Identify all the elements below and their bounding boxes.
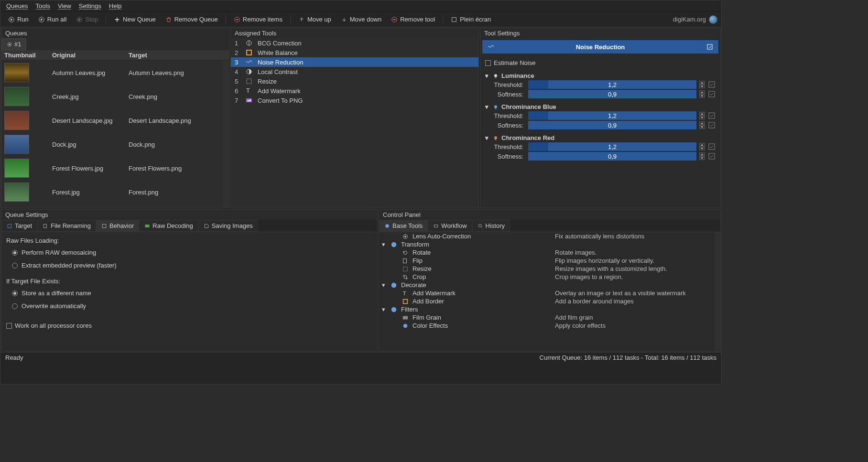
thumbnail (4, 159, 29, 178)
tab-workflow[interactable]: Workflow (428, 220, 472, 232)
queue-row[interactable]: Creek.jpg Creek.png (1, 85, 223, 108)
reset-icon[interactable] (708, 143, 716, 150)
reset-icon[interactable] (708, 81, 716, 88)
control-panel-title: Control Panel (379, 210, 720, 220)
scrollbar[interactable] (715, 232, 720, 351)
tab-file-renaming[interactable]: File Renaming (37, 220, 96, 232)
tab-raw-decoding[interactable]: Raw Decoding (139, 220, 198, 232)
tree-item[interactable]: FlipFlip images horizontally or vertical… (379, 257, 715, 265)
queue-tab-1[interactable]: #1 (1, 38, 26, 50)
run-all-button[interactable]: Run all (34, 14, 70, 25)
reset-icon[interactable] (708, 112, 716, 119)
radio-overwrite[interactable]: Overwrite automatically (6, 301, 372, 311)
reset-icon[interactable] (706, 43, 714, 51)
tool-name: White Balance (258, 49, 298, 56)
softness-slider[interactable]: 0,9 (528, 152, 696, 161)
section-name: Chrominance Red (501, 134, 554, 141)
assigned-tool-row[interactable]: 6 T Add Watermark (231, 86, 478, 96)
assigned-tool-row[interactable]: 3 Noise Reduction (231, 57, 478, 67)
tab-icon (7, 223, 12, 229)
tab-base-tools[interactable]: Base Tools (379, 220, 428, 232)
tab-history[interactable]: History (472, 220, 510, 232)
col-target[interactable]: Target (129, 52, 226, 59)
remove-queue-button[interactable]: Remove Queue (162, 14, 222, 25)
run-button[interactable]: Run (4, 14, 33, 25)
tree-item[interactable]: RotateRotate images. (379, 248, 715, 257)
svg-rect-31 (145, 225, 150, 227)
tree-item[interactable]: ResizeResize images with a customized le… (379, 265, 715, 273)
spinner-buttons[interactable]: ▴▾ (699, 143, 705, 150)
menu-help[interactable]: Help (109, 2, 122, 10)
tree-item[interactable]: CropCrop images to a region. (379, 273, 715, 281)
scrollbar[interactable] (223, 61, 229, 208)
softness-slider[interactable]: 0,9 (528, 121, 696, 129)
assigned-tool-row[interactable]: 2 White Balance (231, 48, 478, 57)
spinner-buttons[interactable]: ▴▾ (699, 112, 705, 119)
work-cores-checkbox[interactable]: Work on all processor cores (6, 321, 372, 330)
tree-item-desc: Add a border around images (555, 298, 634, 305)
threshold-slider[interactable]: 1,2 (528, 80, 696, 89)
radio-extract-preview[interactable]: Extract embedded preview (faster) (6, 261, 372, 270)
estimate-noise-checkbox[interactable]: Estimate Noise (485, 58, 716, 67)
tool-name: Resize (258, 78, 277, 85)
threshold-slider[interactable]: 1,2 (528, 111, 696, 120)
spinner-buttons[interactable]: ▴▾ (699, 152, 705, 160)
queue-row[interactable]: Autumn Leaves.jpg Autumn Leaves.png (1, 61, 223, 85)
radio-store-different[interactable]: Store as a different name (6, 289, 372, 298)
new-queue-button[interactable]: New Queue (110, 14, 160, 25)
queue-row[interactable]: Dock.jpg Dock.png (1, 132, 223, 156)
tool-section-header[interactable]: ▾ Chrominance Red (485, 134, 716, 141)
softness-slider[interactable]: 0,9 (528, 90, 696, 98)
thumbnail (4, 135, 29, 154)
queue-list[interactable]: Autumn Leaves.jpg Autumn Leaves.png Cree… (1, 61, 223, 208)
tree-item[interactable]: Film GrainAdd film grain (379, 313, 715, 322)
tree-item-desc: Apply color effects (555, 322, 606, 329)
menu-view[interactable]: View (58, 2, 71, 10)
tree-category[interactable]: ▾Decorate (379, 281, 715, 289)
tool-section-header[interactable]: ▾ Chrominance Blue (485, 103, 716, 110)
tool-section-header[interactable]: ▾ Luminance (485, 72, 716, 79)
queues-panel: Queues #1 Thumbnail Original Target Autu… (1, 28, 229, 208)
tab-target[interactable]: Target (1, 220, 37, 232)
menu-settings[interactable]: Settings (79, 2, 101, 10)
reset-icon[interactable] (708, 90, 716, 98)
remove-tool-button[interactable]: Remove tool (387, 14, 439, 25)
tab-behavior[interactable]: Behavior (96, 220, 139, 232)
threshold-slider[interactable]: 1,2 (528, 142, 696, 151)
reset-icon[interactable] (708, 152, 716, 160)
col-original[interactable]: Original (52, 52, 129, 59)
tree-item[interactable]: Color EffectsApply color effects (379, 322, 715, 330)
spinner-buttons[interactable]: ▴▾ (699, 81, 705, 88)
radio-raw-demosaicing[interactable]: Perform RAW demosaicing (6, 248, 372, 257)
tab-saving-images[interactable]: Saving Images (198, 220, 258, 232)
menu-queues[interactable]: Queues (6, 2, 28, 10)
queue-row[interactable]: Forest.jpg Forest.png (1, 180, 223, 204)
fullscreen-icon (451, 16, 457, 23)
stop-button[interactable]: Stop (72, 14, 102, 25)
spinner-buttons[interactable]: ▴▾ (699, 90, 705, 98)
assigned-tools-list[interactable]: 1 BCG Correction 2 White Balance 3 Noise… (231, 38, 478, 208)
queue-row[interactable]: Forest Flowers.jpg Forest Flowers.png (1, 156, 223, 180)
assigned-tool-row[interactable]: 4 Local Contrast (231, 67, 478, 76)
tree-category[interactable]: ▾Transform (379, 240, 715, 248)
queue-row[interactable]: Desert Landscape.jpg Desert Landscape.pn… (1, 108, 223, 132)
remove-circle-icon (234, 16, 240, 23)
assigned-tool-row[interactable]: 5 Resize (231, 76, 478, 86)
tree-item[interactable]: Lens Auto-CorrectionFix automatically le… (379, 232, 715, 240)
tree-item[interactable]: Add BorderAdd a border around images (379, 297, 715, 305)
menu-tools[interactable]: Tools (36, 2, 50, 10)
control-panel-tree[interactable]: Lens Auto-CorrectionFix automatically le… (379, 232, 715, 351)
reset-icon[interactable] (708, 121, 716, 129)
fullscreen-button[interactable]: Plein écran (447, 14, 495, 25)
section-name: Chrominance Blue (501, 103, 556, 110)
remove-items-button[interactable]: Remove items (230, 14, 286, 25)
assigned-tool-row[interactable]: 7 Convert To PNG (231, 96, 478, 105)
spinner-buttons[interactable]: ▴▾ (699, 121, 705, 129)
col-thumbnail[interactable]: Thumbnail (4, 52, 52, 59)
move-down-button[interactable]: Move down (337, 14, 385, 25)
move-up-button[interactable]: Move up (294, 14, 335, 25)
assigned-tool-row[interactable]: 1 BCG Correction (231, 38, 478, 48)
svg-rect-28 (8, 224, 11, 228)
tree-category[interactable]: ▾Filters (379, 305, 715, 313)
tree-item[interactable]: TAdd WatermarkOverlay an image or text a… (379, 289, 715, 297)
